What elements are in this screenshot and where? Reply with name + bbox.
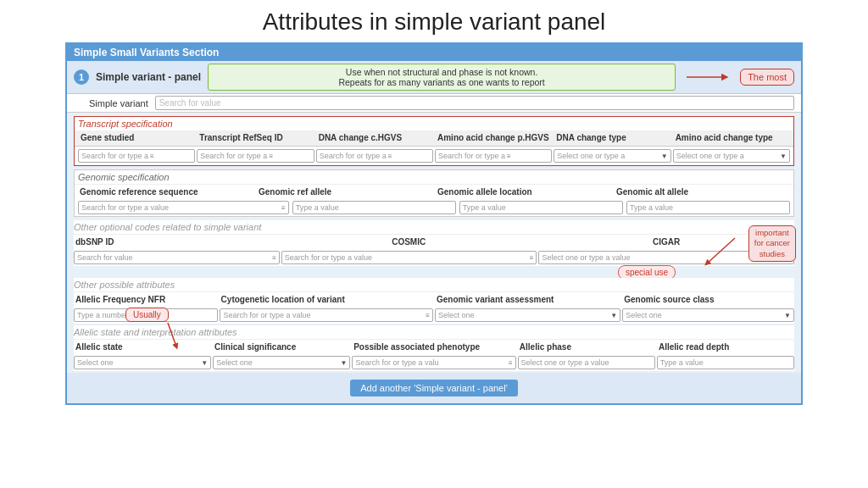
arrow-usually xyxy=(159,321,185,351)
col-allelic-depth: Allelic read depth xyxy=(657,341,794,352)
col-allele-location: Genomic allele location xyxy=(436,186,611,197)
possible-col-headers: Allelic Frequency NFR Cytogenetic locati… xyxy=(74,291,794,307)
possible-input-row: Type a number Usually Search for or type… xyxy=(74,307,794,324)
genomic-source-select[interactable]: Select one ▼ xyxy=(622,308,794,322)
panel-row-main: 1 Simple variant - panel Use when not st… xyxy=(67,61,801,94)
arrow-to-callout xyxy=(682,64,733,90)
clinical-sig-select[interactable]: Select one ▼ xyxy=(213,356,350,369)
page-title: Attributes in simple variant panel xyxy=(0,0,868,42)
svg-line-1 xyxy=(707,238,735,263)
green-box: Use when not structural and phase is not… xyxy=(208,64,676,91)
ref-seq-input[interactable]: Search for or type a value ≡ xyxy=(78,201,289,214)
callout-usually: Usually xyxy=(125,308,169,322)
col-cosmic: COSMIC xyxy=(281,236,537,247)
col-genomic-assessment: Genomic variant assessment xyxy=(435,294,620,305)
col-ref-allele: Genomic ref allele xyxy=(257,186,432,197)
simple-variant-label: Simple variant xyxy=(89,98,148,108)
genomic-section: Genomic specification Genomic reference … xyxy=(74,169,794,217)
allele-location-input[interactable]: Type a value xyxy=(459,201,623,214)
outer-panel: Simple Small Variants Section 1 Simple v… xyxy=(65,42,803,405)
transcript-col-headers: Gene studied Transcript RefSeq ID DNA ch… xyxy=(75,130,793,147)
col-possible-phenotype: Possible associated phenotype xyxy=(352,341,516,352)
cosmic-input[interactable]: Search for or type a value ≡ xyxy=(281,251,537,264)
col-cytogenetic: Cytogenetic location of variant xyxy=(220,294,433,305)
arrow-important xyxy=(703,234,737,268)
genomic-input-row: Search for or type a value ≡ Type a valu… xyxy=(75,199,793,216)
col-allelic-state: Allelic state xyxy=(74,341,211,352)
optional-input-row: Search for value ≡ Search for or type a … xyxy=(74,249,794,266)
callout-important-container: important for cancer studies xyxy=(748,225,796,262)
col-clinical-sig: Clinical significance xyxy=(213,341,350,352)
panel-label: Simple variant - panel xyxy=(96,71,201,83)
col-dna-change-hgvs: DNA change c.HGVS xyxy=(316,132,433,144)
col-allelic-phase: Allelic phase xyxy=(518,341,655,352)
genomic-header: Genomic specification xyxy=(75,170,793,184)
possible-attrs-header: Other possible attributes xyxy=(74,278,794,291)
dna-change-hgvs-input[interactable]: Search for or type a ≡ xyxy=(316,149,433,163)
simple-variant-row: Simple variant Search for value xyxy=(67,94,801,113)
transcript-section: Transcript specification Gene studied Tr… xyxy=(74,116,794,166)
col-allelic-freq: Allelic Frequency NFR xyxy=(74,294,218,305)
panel-number: 1 xyxy=(74,69,89,85)
genomic-col-headers: Genomic reference sequence Genomic ref a… xyxy=(75,184,793,199)
col-gene-studied: Gene studied xyxy=(78,132,195,144)
col-transcript-refseq: Transcript RefSeq ID xyxy=(197,132,314,144)
allelic-state-select[interactable]: Select one ▼ xyxy=(74,356,211,369)
transcript-col-inputs: Search for or type a ≡ Search for or typ… xyxy=(75,147,793,165)
genomic-assessment-select[interactable]: Select one ▼ xyxy=(435,308,620,322)
dbsnp-input[interactable]: Search for value ≡ xyxy=(74,251,280,264)
col-ref-seq: Genomic reference sequence xyxy=(78,186,253,197)
col-alt-allele: Genomic alt allele xyxy=(615,186,790,197)
simple-variant-input[interactable]: Search for value xyxy=(155,96,794,110)
col-amino-acid-type: Amino acid change type xyxy=(673,132,790,144)
allele-input-row: Select one ▼ Select one ▼ Search for or … xyxy=(74,354,794,371)
col-dbsnp: dbSNP ID xyxy=(74,236,279,247)
dna-change-type-select[interactable]: Select one or type a ▼ xyxy=(554,149,670,163)
optional-section: Other optional codes related to simple v… xyxy=(74,220,794,266)
possible-attrs-section: Other possible attributes Allelic Freque… xyxy=(74,278,794,324)
add-button-row: Add another 'Simple variant - panel' xyxy=(67,373,801,403)
callout-the-most: The most xyxy=(740,69,794,86)
possible-phenotype-input[interactable]: Search for or type a valu ≡ xyxy=(352,356,515,369)
svg-line-2 xyxy=(168,323,176,347)
amino-acid-change-input[interactable]: Search for or type a ≡ xyxy=(435,149,552,163)
optional-header: Other optional codes related to simple v… xyxy=(74,220,794,234)
ref-allele-input[interactable]: Type a value xyxy=(292,201,456,214)
allelic-freq-input[interactable]: Type a number Usually xyxy=(74,308,218,322)
callout-important: important for cancer studies xyxy=(748,225,796,262)
allelic-depth-input[interactable]: Type a value xyxy=(657,356,794,369)
gene-studied-input[interactable]: Search for or type a ≡ xyxy=(78,149,195,163)
panel-header: Simple Small Variants Section xyxy=(67,44,801,61)
col-dna-change-type: DNA change type xyxy=(554,132,670,144)
alt-allele-input[interactable]: Type a value xyxy=(626,201,790,214)
col-genomic-source: Genomic source class xyxy=(622,294,794,305)
allelic-phase-input[interactable]: Select one or type a value xyxy=(518,356,655,369)
optional-col-headers: dbSNP ID COSMIC CIGAR xyxy=(74,234,794,249)
cytogenetic-input[interactable]: Search for or type a value ≡ xyxy=(220,308,433,322)
amino-acid-type-select[interactable]: Select one or type a ▼ xyxy=(673,149,790,163)
transcript-header: Transcript specification xyxy=(75,117,793,130)
col-amino-acid-change: Amino acid change p.HGVS xyxy=(435,132,552,144)
transcript-refseq-input[interactable]: Search for or type a ≡ xyxy=(197,149,314,163)
add-simple-variant-button[interactable]: Add another 'Simple variant - panel' xyxy=(350,380,518,396)
